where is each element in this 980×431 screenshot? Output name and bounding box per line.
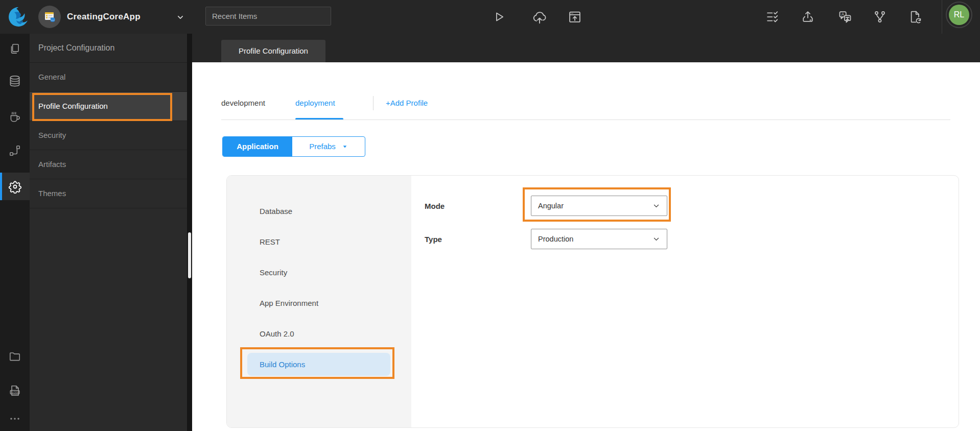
apis-icon bbox=[8, 144, 21, 157]
header-divider bbox=[942, 0, 942, 34]
chevron-down-icon bbox=[652, 202, 660, 210]
preview-window-icon[interactable] bbox=[568, 10, 582, 24]
sidebar-item-general[interactable]: General bbox=[30, 63, 187, 92]
nav-item-build-options[interactable]: Build Options bbox=[227, 349, 411, 388]
java-services-icon bbox=[8, 110, 21, 123]
project-icon[interactable] bbox=[38, 6, 61, 28]
svg-text:A: A bbox=[842, 12, 845, 17]
checklist-icon[interactable] bbox=[765, 10, 780, 24]
nav-item-rest[interactable]: REST bbox=[227, 227, 411, 257]
svg-text:LOG: LOG bbox=[12, 391, 18, 394]
mode-select-value: Angular bbox=[538, 202, 564, 210]
scope-toggle: Application Prefabs bbox=[222, 136, 365, 157]
window-tab-profile-configuration[interactable]: Profile Configuration bbox=[221, 40, 325, 62]
avatar-initials: RL bbox=[954, 10, 964, 19]
pages-icon bbox=[8, 42, 21, 56]
wavemaker-logo[interactable] bbox=[8, 6, 29, 28]
nav-item-security[interactable]: Security bbox=[227, 257, 411, 288]
profile-settings-nav: Database REST Security App Environment O… bbox=[227, 176, 411, 427]
rail-item-logs[interactable]: LOG bbox=[0, 377, 30, 404]
sidebar-item-security[interactable]: Security bbox=[30, 121, 187, 150]
type-select[interactable]: Production bbox=[531, 229, 667, 249]
tabs-hairline bbox=[221, 119, 950, 120]
chevron-down-icon[interactable] bbox=[175, 12, 185, 22]
app-title: CreatingCoreApp bbox=[67, 0, 141, 34]
left-rail: LOG bbox=[0, 34, 30, 431]
rail-item-more[interactable] bbox=[0, 405, 30, 431]
folder-icon bbox=[8, 350, 21, 363]
form-row-type: Type Production bbox=[425, 229, 667, 249]
run-icon[interactable] bbox=[492, 10, 506, 24]
build-options-panel: Database REST Security App Environment O… bbox=[226, 175, 959, 428]
logs-icon: LOG bbox=[8, 384, 21, 397]
file-sync-icon[interactable] bbox=[908, 10, 922, 24]
caret-down-icon bbox=[342, 143, 348, 150]
settings-icon bbox=[8, 180, 22, 194]
sidebar-item-profile-configuration[interactable]: Profile Configuration bbox=[30, 92, 187, 121]
tab-development[interactable]: development bbox=[221, 95, 265, 111]
mode-select[interactable]: Angular bbox=[531, 196, 667, 216]
sidebar-item-themes[interactable]: Themes bbox=[30, 179, 187, 208]
sidebar-item-artifacts[interactable]: Artifacts bbox=[30, 150, 187, 179]
database-icon bbox=[8, 75, 21, 88]
toggle-prefabs-label: Prefabs bbox=[309, 137, 336, 156]
rail-item-java-services[interactable] bbox=[0, 103, 30, 130]
rail-item-settings[interactable] bbox=[0, 173, 30, 200]
chevron-down-icon bbox=[652, 235, 660, 243]
mode-label: Mode bbox=[425, 202, 531, 210]
sidebar-title: Project Configuration bbox=[30, 34, 187, 63]
nav-item-app-environment[interactable]: App Environment bbox=[227, 288, 411, 319]
sidebar-scroll-thumb[interactable] bbox=[188, 232, 191, 278]
toggle-application[interactable]: Application bbox=[223, 137, 292, 156]
top-header: CreatingCoreApp bbox=[0, 0, 980, 34]
rail-item-apis[interactable] bbox=[0, 137, 30, 164]
rail-item-pages[interactable] bbox=[0, 35, 30, 63]
nav-item-database[interactable]: Database bbox=[227, 196, 411, 227]
more-icon bbox=[8, 412, 21, 425]
cloud-deploy-icon[interactable] bbox=[532, 10, 546, 24]
main-area: Profile Configuration development deploy… bbox=[192, 34, 980, 431]
rail-item-database[interactable] bbox=[0, 67, 30, 95]
tab-deployment[interactable]: deployment bbox=[295, 95, 335, 111]
window-tabstrip: Profile Configuration bbox=[192, 34, 980, 62]
ide-screen: CreatingCoreApp bbox=[0, 0, 980, 431]
nav-item-oauth[interactable]: OAuth 2.0 bbox=[227, 319, 411, 349]
main-content: development deployment +Add Profile Appl… bbox=[192, 62, 980, 431]
avatar[interactable]: RL bbox=[949, 5, 969, 25]
type-select-value: Production bbox=[538, 235, 573, 243]
type-label: Type bbox=[425, 235, 531, 244]
export-icon[interactable] bbox=[801, 10, 815, 24]
form-row-mode: Mode Angular bbox=[425, 196, 667, 216]
settings-sidebar: Project Configuration General Profile Co… bbox=[30, 34, 187, 431]
add-profile-button[interactable]: +Add Profile bbox=[386, 95, 428, 111]
nav-item-build-options-pill: Build Options bbox=[247, 353, 390, 376]
recent-items-input[interactable] bbox=[205, 7, 331, 26]
vcs-branch-icon[interactable] bbox=[873, 10, 887, 24]
localization-icon[interactable]: A bbox=[838, 10, 852, 24]
rail-item-files[interactable] bbox=[0, 343, 30, 370]
toggle-prefabs[interactable]: Prefabs bbox=[292, 137, 365, 156]
tabs-divider bbox=[373, 96, 374, 110]
